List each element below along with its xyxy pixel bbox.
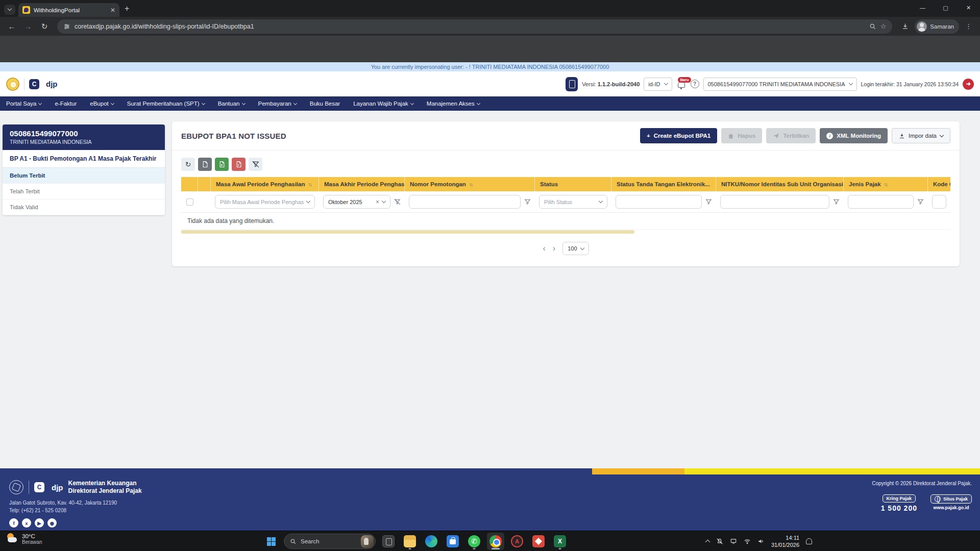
notifications-off-icon[interactable] bbox=[716, 538, 723, 545]
reload-button[interactable]: ↻ bbox=[38, 20, 51, 33]
page-size-select[interactable]: 100 bbox=[562, 242, 589, 255]
export-excel-button[interactable] bbox=[215, 158, 229, 171]
taskbar-app-excel[interactable] bbox=[551, 533, 569, 550]
search-highlight-image[interactable] bbox=[361, 535, 374, 548]
nav-item-e-faktur[interactable]: e-Faktur bbox=[55, 101, 77, 107]
nav-item-layanan-wajib-pajak[interactable]: Layanan Wajib Pajak bbox=[353, 101, 413, 107]
taskbar-app-edge[interactable] bbox=[423, 533, 440, 550]
filter-status-ttd-input[interactable] bbox=[616, 195, 702, 209]
horizontal-scrollbar[interactable] bbox=[181, 230, 634, 234]
notifications-button[interactable]: Baru bbox=[676, 78, 687, 90]
tray-overflow-button[interactable] bbox=[706, 539, 709, 544]
filter-masa-akhir-select[interactable]: Oktober 2025 × bbox=[323, 195, 390, 209]
column-header-masa-akhir[interactable]: Masa Akhir Periode Penghasilan... bbox=[319, 177, 405, 191]
taskbar-app-store[interactable] bbox=[444, 533, 461, 550]
volume-icon[interactable] bbox=[757, 538, 765, 545]
x-twitter-icon[interactable]: x bbox=[22, 518, 31, 528]
next-page-button[interactable]: › bbox=[553, 244, 555, 253]
tab-close-icon[interactable]: ✕ bbox=[110, 7, 115, 14]
url-bar[interactable]: coretaxdjp.pajak.go.id/withholding-slips… bbox=[57, 19, 892, 34]
language-select[interactable]: id-ID bbox=[644, 78, 672, 91]
taskbar-clock[interactable]: 14:11 31/01/2026 bbox=[771, 534, 799, 549]
taskbar-app-red-circle[interactable] bbox=[508, 533, 526, 550]
filter-funnel-icon[interactable] bbox=[524, 198, 531, 205]
sidebar-item-tidak-valid[interactable]: Tidak Valid bbox=[3, 199, 165, 215]
nav-item-bantuan[interactable]: Bantuan bbox=[218, 101, 245, 107]
column-header-masa-awal[interactable]: Masa Awal Periode Penghasilan↑↓ bbox=[211, 177, 319, 191]
browser-profile-chip[interactable]: Samaran bbox=[915, 19, 959, 34]
network-icon[interactable] bbox=[744, 538, 751, 545]
weather-widget[interactable]: 30°C Berawan bbox=[6, 533, 42, 545]
prev-page-button[interactable]: ‹ bbox=[543, 244, 545, 253]
clear-filters-button[interactable] bbox=[249, 158, 262, 171]
xml-monitoring-button[interactable]: i XML Monitoring bbox=[820, 128, 888, 143]
filter-nitku-input[interactable] bbox=[720, 195, 829, 209]
chevron-down-icon bbox=[8, 7, 12, 11]
column-header-nitku[interactable]: NITKU/Nomor Identitas Sub Unit Organisas… bbox=[716, 177, 844, 191]
maximize-button[interactable]: ▢ bbox=[934, 0, 957, 15]
create-ebupot-button[interactable]: + Create eBupot BPA1 bbox=[640, 128, 717, 143]
site-settings-icon[interactable] bbox=[63, 23, 70, 30]
facebook-icon[interactable]: f bbox=[9, 518, 18, 528]
filter-kode-objek-input[interactable] bbox=[932, 195, 946, 209]
taskbar-app-file-explorer[interactable] bbox=[401, 533, 419, 550]
close-button[interactable]: ✕ bbox=[957, 0, 980, 15]
taskbar-app-whatsapp[interactable] bbox=[465, 533, 483, 550]
filter-funnel-icon[interactable] bbox=[833, 198, 840, 205]
refresh-button[interactable]: ↻ bbox=[181, 158, 195, 171]
youtube-icon[interactable]: ▶ bbox=[35, 518, 44, 528]
downloads-icon[interactable] bbox=[898, 20, 912, 33]
column-header-status-ttd[interactable]: Status Tanda Tangan Elektronik... bbox=[611, 177, 716, 191]
account-select[interactable]: 0508615499077000 TRINITI MEDIATAMA INDON… bbox=[703, 78, 857, 91]
help-button[interactable]: ? bbox=[691, 80, 699, 88]
impor-data-button[interactable]: Impor data bbox=[892, 128, 950, 143]
back-button[interactable]: ← bbox=[5, 20, 18, 33]
filter-masa-awal-select[interactable]: Pilih Masa Awal Periode Penghasilan bbox=[215, 195, 315, 209]
forward-button[interactable]: → bbox=[21, 20, 35, 33]
mobile-app-icon[interactable] bbox=[566, 77, 578, 91]
hapus-button[interactable]: Hapus bbox=[721, 128, 762, 143]
notification-center-icon[interactable] bbox=[806, 538, 812, 544]
filter-funnel-icon[interactable] bbox=[705, 198, 712, 205]
browser-menu-icon[interactable]: ⋮ bbox=[962, 22, 975, 30]
column-header-kode-objek[interactable]: Kode Objek Pa bbox=[928, 177, 950, 191]
taskbar-app-dark[interactable] bbox=[380, 533, 397, 550]
nav-item-portal-saya[interactable]: Portal Saya bbox=[6, 101, 41, 107]
sort-icon[interactable]: ↑↓ bbox=[884, 182, 887, 187]
start-button[interactable] bbox=[262, 533, 280, 550]
filter-status-select[interactable]: Pilih Status bbox=[539, 195, 607, 209]
tab-search-button[interactable] bbox=[4, 5, 15, 15]
display-icon[interactable] bbox=[730, 538, 737, 545]
filter-nomor-pemotongan-input[interactable] bbox=[409, 195, 521, 209]
nav-item-ebupot[interactable]: eBupot bbox=[90, 101, 113, 107]
nav-item-spt[interactable]: Surat Pemberitahuan (SPT) bbox=[127, 101, 205, 107]
export-csv-button[interactable] bbox=[198, 158, 212, 171]
taskbar-app-red-square[interactable] bbox=[530, 533, 547, 550]
filter-clear-masa-akhir-icon[interactable] bbox=[394, 198, 401, 205]
filter-jenis-pajak-input[interactable] bbox=[848, 195, 914, 209]
sort-icon[interactable]: ↑↓ bbox=[469, 182, 472, 187]
browser-tab[interactable]: WithholdingPortal ✕ bbox=[18, 3, 119, 17]
taskbar-search[interactable]: Search bbox=[284, 534, 376, 549]
logout-button[interactable]: ➜ bbox=[963, 79, 974, 90]
sidebar-item-belum-terbit[interactable]: Belum Terbit bbox=[3, 168, 165, 184]
column-header-jenis-pajak[interactable]: Jenis Pajak↑↓ bbox=[844, 177, 928, 191]
sidebar-item-telah-terbit[interactable]: Telah Terbit bbox=[3, 184, 165, 199]
instagram-icon[interactable]: ◉ bbox=[47, 518, 57, 528]
nav-item-buku-besar[interactable]: Buku Besar bbox=[310, 101, 340, 107]
filter-funnel-icon[interactable] bbox=[917, 198, 924, 205]
select-all-checkbox[interactable] bbox=[186, 198, 193, 206]
terbitkan-button[interactable]: Terbitkan bbox=[766, 128, 816, 143]
nav-item-pembayaran[interactable]: Pembayaran bbox=[258, 101, 297, 107]
clear-icon[interactable]: × bbox=[376, 198, 379, 206]
column-header-nomor-pemotongan[interactable]: Nomor Pemotongan↑↓ bbox=[405, 177, 535, 191]
bookmark-star-icon[interactable]: ☆ bbox=[880, 22, 887, 30]
lens-search-icon[interactable] bbox=[869, 23, 876, 30]
sort-icon[interactable]: ↑↓ bbox=[308, 182, 311, 187]
export-pdf-button[interactable] bbox=[232, 158, 246, 171]
new-tab-button[interactable]: + bbox=[125, 4, 129, 13]
minimize-button[interactable]: — bbox=[911, 0, 934, 15]
taskbar-app-chrome[interactable] bbox=[487, 533, 504, 550]
nav-item-manajemen-akses[interactable]: Manajemen Akses bbox=[427, 101, 480, 107]
column-header-status[interactable]: Status bbox=[535, 177, 611, 191]
